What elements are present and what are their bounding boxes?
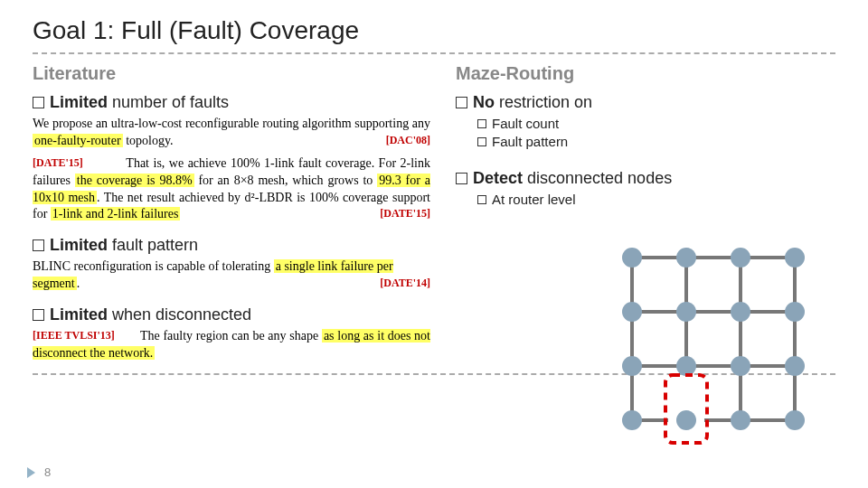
right-bullet-2: Detect disconnected nodes xyxy=(456,169,835,188)
svg-point-14 xyxy=(676,302,696,322)
rsub3-text: At router level xyxy=(492,192,576,207)
checkbox-icon xyxy=(33,97,44,108)
checkbox-icon xyxy=(33,239,44,251)
svg-point-16 xyxy=(785,302,805,322)
cite-date15b: [DATE'15] xyxy=(380,206,430,221)
left-bullet-3: Limited when disconnected xyxy=(33,305,430,324)
bullet1-tail: number of faults xyxy=(108,93,229,111)
svg-point-19 xyxy=(731,356,750,376)
p2-hl1: the coverage is 98.8% xyxy=(75,174,194,187)
rsub2-text: Fault pattern xyxy=(492,134,568,149)
svg-point-21 xyxy=(622,410,642,430)
p1-pre: We propose an ultra-low-cost reconfigura… xyxy=(33,117,430,130)
cite-tvlsi13: [IEEE TVLSI'13] xyxy=(33,328,115,343)
svg-point-24 xyxy=(785,410,805,430)
left-column: Literature Limited number of faults We p… xyxy=(33,63,430,364)
svg-point-11 xyxy=(731,248,750,267)
svg-point-15 xyxy=(731,302,750,322)
checkbox-icon xyxy=(477,195,486,204)
p3-post: . xyxy=(77,277,80,290)
svg-point-12 xyxy=(785,248,805,267)
svg-point-10 xyxy=(676,248,696,267)
checkbox-icon xyxy=(456,173,467,184)
p1-post: topology. xyxy=(123,134,174,147)
right-sub-2: Fault pattern xyxy=(477,134,835,149)
svg-point-13 xyxy=(622,302,642,322)
cite-date15a: [DATE'15] xyxy=(33,155,83,170)
footer: 8 xyxy=(27,465,51,479)
bullet1-bold: Limited xyxy=(50,93,108,111)
p2-hl3: 1-link and 2-link failures xyxy=(51,207,181,221)
slide-title: Goal 1: Full (Fault) Coverage xyxy=(33,16,835,45)
right-sub-1: Fault count xyxy=(477,116,835,131)
excerpt-4: [IEEE TVLSI'13] The faulty region can be… xyxy=(33,328,430,362)
excerpt-2: [DATE'15] That is, we achieve 100% 1-lin… xyxy=(33,155,430,224)
excerpt-3: BLINC reconfiguration is capable of tole… xyxy=(33,258,430,293)
cite-dac08: [DAC'08] xyxy=(386,133,430,147)
disconnected-highlight xyxy=(665,375,707,443)
mesh-svg xyxy=(609,235,817,452)
svg-point-22 xyxy=(676,410,696,430)
svg-point-18 xyxy=(676,356,696,376)
bullet2-tail: fault pattern xyxy=(108,236,198,254)
p1-hl: one-faulty-router xyxy=(33,134,123,147)
page-marker-icon xyxy=(27,467,35,478)
right-bullet-1: No restriction on xyxy=(456,93,835,112)
left-bullet-2: Limited fault pattern xyxy=(33,236,430,255)
rbullet1-bold: No xyxy=(473,93,495,111)
checkbox-icon xyxy=(33,309,44,321)
rbullet2-tail: disconnected nodes xyxy=(523,169,672,187)
excerpt-1: We propose an ultra-low-cost reconfigura… xyxy=(33,116,430,150)
p2-mid: for an 8×8 mesh, which grows to xyxy=(194,174,378,187)
left-bullet-1: Limited number of faults xyxy=(33,93,430,112)
bullet2-bold: Limited xyxy=(50,236,108,254)
title-divider xyxy=(33,52,835,54)
checkbox-icon xyxy=(477,119,486,128)
rsub1-text: Fault count xyxy=(492,116,559,131)
svg-point-17 xyxy=(622,356,642,376)
checkbox-icon xyxy=(456,97,467,108)
left-heading: Literature xyxy=(33,63,430,84)
page-number: 8 xyxy=(44,465,51,479)
right-sub-3: At router level xyxy=(477,192,835,207)
svg-point-23 xyxy=(731,410,750,430)
checkbox-icon xyxy=(477,137,486,146)
p3-pre: BLINC reconfiguration is capable of tole… xyxy=(33,259,274,273)
mesh-diagram xyxy=(609,235,817,452)
rbullet1-tail: restriction on xyxy=(495,93,592,111)
svg-point-9 xyxy=(622,248,642,267)
cite-date14: [DATE'14] xyxy=(380,276,430,290)
bullet3-tail: when disconnected xyxy=(108,305,251,324)
right-column: Maze-Routing No restriction on Fault cou… xyxy=(456,63,835,364)
right-heading: Maze-Routing xyxy=(456,63,835,84)
bullet3-bold: Limited xyxy=(50,305,108,324)
columns: Literature Limited number of faults We p… xyxy=(33,63,835,364)
rbullet2-bold: Detect xyxy=(473,169,523,187)
svg-point-20 xyxy=(785,356,805,376)
